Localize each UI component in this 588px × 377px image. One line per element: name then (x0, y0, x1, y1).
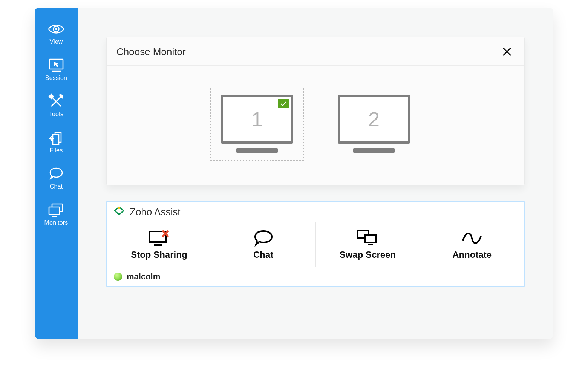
tools-icon (47, 94, 65, 109)
zoho-assist-logo-icon (112, 205, 126, 218)
assist-header: Zoho Assist (107, 202, 524, 222)
assist-title: Zoho Assist (130, 206, 180, 218)
sidebar-item-label: Monitors (44, 219, 68, 226)
svg-rect-8 (49, 207, 60, 215)
monitor-number: 1 (251, 107, 263, 131)
monitor-option-2[interactable]: 2 (327, 87, 421, 161)
status-username: malcolm (127, 272, 160, 282)
monitor-screen: 2 (338, 95, 410, 144)
choose-monitor-dialog: Choose Monitor 1 (106, 37, 525, 185)
monitors-icon (47, 203, 65, 217)
sidebar-item-label: Session (45, 75, 67, 81)
svg-point-1 (55, 28, 57, 30)
assist-status-bar: malcolm (107, 267, 524, 286)
action-label: Chat (253, 250, 273, 260)
monitors-row: 1 2 (107, 66, 524, 185)
monitor-stand (236, 148, 278, 153)
app-window: View Session Tools (35, 8, 553, 339)
sidebar-item-chat[interactable]: Chat (47, 167, 65, 190)
sidebar-item-label: Tools (49, 111, 63, 118)
main-content: Choose Monitor 1 (78, 8, 553, 339)
assist-panel: Zoho Assist Stop Sharing (106, 201, 525, 287)
close-button[interactable] (499, 44, 514, 59)
selected-check-icon (278, 99, 289, 108)
monitor-option-1[interactable]: 1 (210, 87, 304, 161)
monitor-screen: 1 (221, 95, 293, 144)
dialog-header: Choose Monitor (107, 37, 524, 66)
sidebar-item-label: Chat (50, 183, 63, 190)
assist-actions: Stop Sharing Chat (107, 222, 524, 267)
eye-icon (47, 22, 65, 36)
monitor-number: 2 (368, 107, 380, 131)
dialog-title: Choose Monitor (116, 46, 186, 58)
stop-sharing-button[interactable]: Stop Sharing (107, 222, 211, 267)
action-label: Annotate (452, 250, 492, 260)
monitor-stand (353, 148, 395, 153)
monitor-cursor-icon (47, 58, 65, 72)
stop-sharing-icon (146, 229, 172, 247)
close-icon (502, 46, 512, 57)
sidebar-item-files[interactable]: Files (47, 130, 65, 154)
action-label: Stop Sharing (131, 250, 187, 260)
sidebar-item-view[interactable]: View (47, 22, 65, 45)
chat-bubble-icon (47, 167, 65, 181)
action-label: Swap Screen (340, 250, 396, 260)
sidebar-item-monitors[interactable]: Monitors (44, 203, 68, 226)
sidebar-item-label: View (49, 38, 63, 45)
sidebar: View Session Tools (35, 8, 78, 339)
annotate-button[interactable]: Annotate (420, 222, 524, 267)
chat-bubble-icon (252, 229, 275, 247)
swap-screen-icon (354, 229, 381, 247)
annotate-wave-icon (461, 229, 483, 247)
sidebar-item-label: Files (50, 147, 63, 154)
monitor-graphic: 1 (221, 95, 293, 153)
sidebar-item-session[interactable]: Session (45, 58, 67, 81)
svg-point-12 (118, 207, 120, 209)
swap-screen-button[interactable]: Swap Screen (316, 222, 420, 267)
chat-button[interactable]: Chat (211, 222, 316, 267)
svg-rect-18 (365, 235, 376, 242)
sidebar-item-tools[interactable]: Tools (47, 94, 65, 118)
presence-online-icon (114, 273, 122, 281)
files-icon (47, 130, 65, 145)
monitor-graphic: 2 (338, 95, 410, 153)
